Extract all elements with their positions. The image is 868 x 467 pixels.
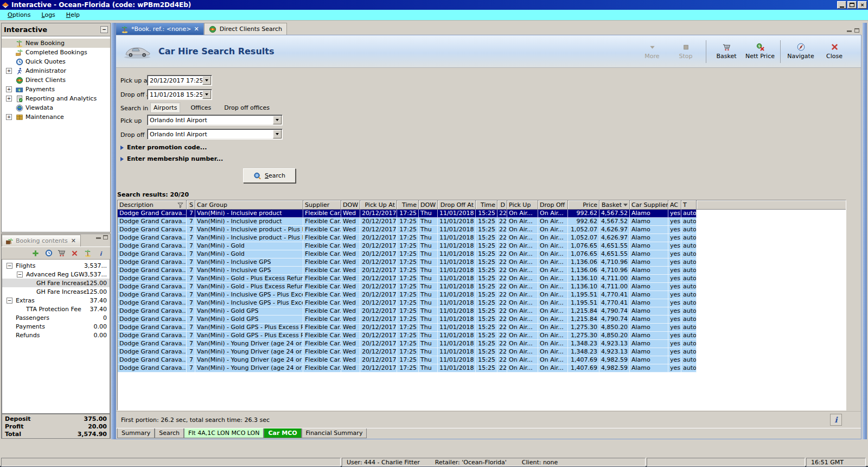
booking-tree-row[interactable]: GH Fare Increase125.00 [2,279,110,287]
expand-icon[interactable]: + [6,96,12,102]
dropoff-combo[interactable]: Orlando Intl Airport [147,129,283,140]
pickup-dropdown-icon[interactable] [273,116,282,124]
result-row[interactable]: Dodge Grand Carava...7Van(Mini) - Inclus… [118,267,846,275]
bottom-tab-car-mco[interactable]: Car MCO [264,428,301,438]
result-row[interactable]: Dodge Grand Carava...7Van(Mini) - Young … [118,356,846,364]
booking-contents-close-icon[interactable]: ✕ [70,237,77,244]
collapse-icon[interactable]: − [7,298,12,304]
column-header-dropoff[interactable]: Drop Off [538,200,568,210]
search-in-option-airports[interactable]: Airports [150,103,180,113]
expand-icon[interactable]: + [6,114,12,120]
promotion-code-expander[interactable]: Enter promotion code... [120,144,207,151]
expand-icon[interactable]: + [6,86,12,92]
result-row[interactable]: Dodge Grand Carava...7Van(Mini) - Gold -… [118,283,846,291]
booking-tree-row[interactable]: Refunds0.00 [2,331,110,339]
result-row[interactable]: Dodge Grand Carava...7Van(Mini) - Inclus… [118,258,846,267]
column-header-dow2[interactable]: DOW [419,200,438,210]
result-row[interactable]: Dodge Grand Carava...7Van(Mini) - Inclus… [118,226,846,234]
red-x-icon[interactable] [71,249,79,257]
result-row[interactable]: Dodge Grand Carava...7Van(Mini) - Young … [118,340,846,348]
column-header-car_supplier[interactable]: Car Supplier [630,200,668,210]
collapse-icon[interactable]: − [7,263,12,269]
booking-tree-row[interactable]: GH Fare Increase125.00 [2,287,110,296]
sidebar-item-viewdata[interactable]: Viewdata [2,103,110,112]
info-icon[interactable]: i [97,249,105,257]
column-header-s[interactable]: S [187,200,195,210]
close-button[interactable]: Close [819,40,850,64]
bottom-tab-search[interactable]: Search [155,428,184,438]
column-header-time2[interactable]: Time [476,200,497,210]
column-header-description[interactable]: Description [118,200,187,210]
sidebar-item-new-booking[interactable]: New Booking [2,39,110,48]
pickup-at-dropdown-icon[interactable] [202,76,211,85]
column-header-time1[interactable]: Time [397,200,419,210]
palm-icon[interactable] [84,249,92,257]
sidebar-item-direct-clients[interactable]: Direct Clients [2,75,110,85]
booking-contents-tab[interactable]: Booking contents ✕ [2,235,81,247]
mdi-restore-icon[interactable] [854,28,859,33]
result-row[interactable]: Dodge Grand Carava...7Van(Mini) - Inclus… [118,218,846,226]
mdi-tab-direct-clients-search[interactable]: Direct Clients Search [204,23,287,35]
result-row[interactable]: Dodge Grand Carava...7Van(Mini) - Gold G… [118,315,846,324]
dropoff-at-dropdown-icon[interactable] [202,90,211,99]
vertical-splitter[interactable] [111,23,116,439]
result-row[interactable]: Dodge Grand Carava...7Van(Mini) - GoldFl… [118,250,846,258]
column-header-ac[interactable]: AC [668,200,681,210]
sidebar-item-payments[interactable]: +$Payments [2,85,110,94]
pickup-combo[interactable]: Orlando Intl Airport [147,115,283,125]
membership-number-expander[interactable]: Enter membership number... [120,155,223,162]
column-header-d[interactable]: D [497,200,507,210]
pickup-at-combo[interactable]: 20/12/2017 17:25 [147,75,212,86]
sidebar-item-completed-bookings[interactable]: Completed Bookings [2,48,110,57]
collapse-icon[interactable]: − [17,272,23,277]
booking-tree-row[interactable]: −Advanced Reg LGW>M3,537... [2,270,110,279]
search-in-option-offices[interactable]: Offices [188,103,214,112]
column-header-pickup[interactable]: Pick Up [507,200,538,210]
result-row[interactable]: Dodge Grand Carava...7Van(Mini) - Gold -… [118,275,846,283]
column-header-supplier[interactable]: Supplier [303,200,341,210]
result-row[interactable]: Dodge Grand Carava...7Van(Mini) - Inclus… [118,234,846,242]
bottom-tab-summary[interactable]: Summary [117,428,155,438]
bottom-tab-flt-4a-1c-lon-mco-lon[interactable]: Flt 4A,1C LON MCO LON [184,428,264,438]
search-button[interactable]: Search [243,168,296,183]
sidebar-item-administrator[interactable]: +Administrator [2,66,110,75]
booking-tree-row[interactable]: TTA Protection Fee37.40 [2,305,110,313]
basket-button[interactable]: Basket [711,40,742,64]
result-row[interactable]: Dodge Grand Carava...7Van(Mini) - Gold G… [118,332,846,340]
result-row[interactable]: Dodge Grand Carava...7Van(Mini) - Young … [118,348,846,356]
menu-help[interactable]: Help [62,10,84,20]
column-header-dropoff_at[interactable]: Drop Off At [438,200,476,210]
menu-logs[interactable]: Logs [37,10,59,20]
search-in-option-drop-off-offices[interactable]: Drop off offices [221,103,272,112]
sidebar-collapse-button[interactable]: − [100,26,108,33]
maximize-window-button[interactable] [847,1,857,9]
result-row[interactable]: Dodge Grand Carava...7Van(Mini) - Gold G… [118,324,846,332]
sidebar-item-maintenance[interactable]: +Maintenance [2,112,110,122]
minimize-window-button[interactable] [837,1,846,9]
result-row[interactable]: Dodge Grand Carava...7Van(Mini) - Inclus… [118,210,846,218]
bottom-tab-financial-summary[interactable]: Financial Summary [302,428,367,438]
cart-icon[interactable] [58,249,66,257]
dropoff-at-combo[interactable]: 11/01/2018 15:25 [147,89,212,100]
column-header-pickup_at[interactable]: Pick Up At [360,200,397,210]
booking-tree-row[interactable]: −Extras37.40 [2,296,110,305]
tab-close-icon[interactable]: ✕ [194,26,199,33]
column-header-t[interactable]: T [681,200,697,210]
booking-tree-row[interactable]: Passengers0 [2,313,110,322]
result-row[interactable]: Dodge Grand Carava...7Van(Mini) - GoldFl… [118,242,846,250]
booking-tree-row[interactable]: −Flights3,537... [2,261,110,270]
booking-tree-row[interactable]: Payments0.00 [2,322,110,331]
result-row[interactable]: Dodge Grand Carava...7Van(Mini) - Inclus… [118,299,846,307]
column-header-price[interactable]: Price [568,200,599,210]
navigate-button[interactable]: Navigate [785,40,816,64]
plus-icon[interactable] [31,249,40,257]
column-header-basket[interactable]: Basket [599,200,630,210]
mdi-minimize-icon[interactable] [847,28,852,32]
result-row[interactable]: Dodge Grand Carava...7Van(Mini) - Gold G… [118,307,846,315]
close-window-button[interactable]: × [858,1,867,9]
booking-minimize-icon[interactable] [96,235,101,239]
booking-maximize-icon[interactable] [103,235,108,239]
clock-globe-icon[interactable] [44,249,53,257]
result-row[interactable]: Dodge Grand Carava...7Van(Mini) - Young … [118,364,846,373]
info-button[interactable]: i [830,414,842,426]
